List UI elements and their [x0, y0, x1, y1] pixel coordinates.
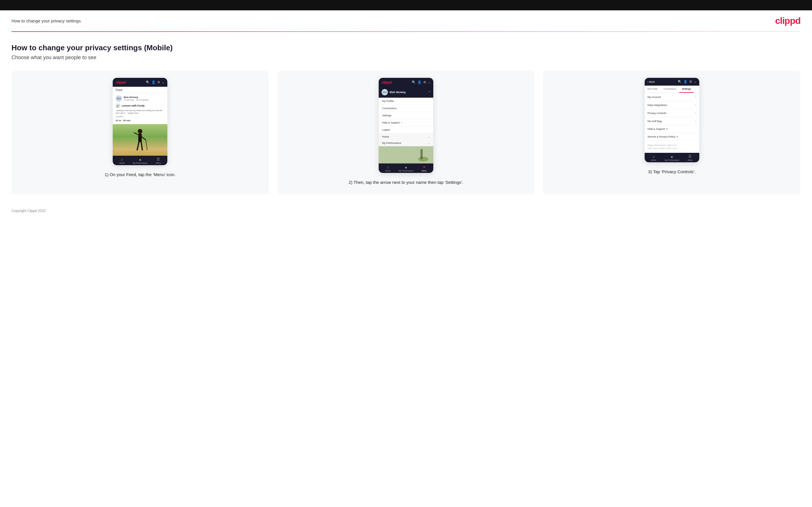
version-info: Clippd Client Version: 2022.8.3-3 GQL Se…: [645, 141, 699, 153]
phone2-nav-icons: 🔍 👤 ⚙ ⌄: [412, 80, 430, 84]
svg-line-6: [146, 140, 147, 150]
step-3-card: ‹ Back 🔍 👤 ⚙ ⌄ My Profile Connections Se…: [543, 71, 801, 194]
home-chevron-icon: ⌄: [427, 135, 430, 138]
menu-label: Menu: [422, 170, 427, 172]
footer: Copyright Clippd 2022: [0, 203, 812, 219]
step-1-phone: clippd 🔍 👤 ⚙ ⌄ Feed BM Blair McHar: [113, 78, 167, 165]
menu-icon: ☰: [157, 157, 160, 161]
data-integrations-label: Data Integrations: [648, 104, 667, 107]
step-2-caption: 2) Then, tap the arrow next to your name…: [349, 179, 463, 186]
post-user-row: BM Blair McHarg Yesterday · Sunningdale: [115, 95, 164, 102]
copyright: Copyright Clippd 2022: [11, 209, 46, 213]
post-user-name: Blair McHarg: [123, 96, 148, 99]
settings-item-privacy-controls[interactable]: Privacy Controls ›: [645, 109, 699, 117]
tab-settings[interactable]: Settings: [679, 86, 694, 93]
privacy-controls-label: Privacy Controls: [648, 112, 666, 115]
menu-item-logout: Logout: [379, 126, 433, 133]
menu-user-row: BM Blair McHarg ⌃: [379, 87, 433, 98]
step-3-caption: 3) Tap ‘Privacy Controls’.: [648, 169, 696, 175]
user-icon: 👤: [152, 80, 156, 84]
external-link-icon: ➚: [401, 121, 402, 124]
search-icon: 🔍: [412, 80, 416, 84]
chevron-down-icon: ⌄: [694, 80, 697, 83]
home-label: Home: [385, 170, 391, 172]
tab-my-profile[interactable]: My Profile: [645, 86, 661, 93]
phone2-bg-slice: [379, 146, 433, 163]
golf-image: [113, 124, 167, 156]
home-section-label: Home: [382, 135, 389, 138]
chevron-down-icon: ⌄: [162, 80, 164, 84]
settings-item-data-integrations[interactable]: Data Integrations ›: [645, 101, 699, 109]
lesson-title: Lesson with Fordy: [121, 104, 145, 107]
performance-label: My Performance: [133, 162, 148, 164]
menu-expand-chevron: ⌃: [428, 91, 430, 94]
tab-connections[interactable]: Connections: [660, 86, 679, 93]
home-label: Home: [119, 162, 125, 164]
post-desc: Looking to feel like my hands are exitin…: [115, 109, 164, 114]
top-bar: [0, 0, 812, 10]
version-client: Clippd Client Version: 2022.8.3-3: [648, 144, 697, 147]
user-icon: 👤: [683, 80, 688, 83]
bottom-menu: ☰ Menu: [681, 155, 699, 161]
svg-line-4: [137, 142, 139, 150]
phone1-nav-bar: clippd 🔍 👤 ⚙ ⌄: [113, 78, 167, 87]
phone2-logo: clippd: [382, 80, 392, 84]
settings-icon: ⚙: [157, 80, 160, 84]
phone1-feed-label: Feed: [113, 87, 167, 93]
settings-icon: ⚙: [689, 80, 692, 83]
menu-item-connections: Connections: [379, 105, 433, 112]
menu-section-performance: My Performance ⌄: [379, 140, 433, 146]
bottom-performance: ▲ My Performance: [131, 157, 149, 164]
golfer-svg: [132, 127, 149, 156]
post-duration-label: Duration: [115, 115, 164, 117]
step-1-caption: 1) On your Feed, tap the ‘Menu’ icon.: [105, 171, 176, 178]
menu-overlay: My Profile Connections Settings Help & S…: [379, 98, 433, 146]
header: How to change your privacy settings clip…: [0, 10, 812, 26]
data-integrations-chevron: ›: [695, 103, 696, 107]
my-account-chevron: ›: [695, 95, 696, 99]
phone2-nav-bar: clippd 🔍 👤 ⚙ ⌄: [379, 78, 433, 87]
breadcrumb: How to change your privacy settings: [11, 18, 81, 23]
menu-label: Menu: [688, 159, 693, 161]
lesson-icon: 🎻: [115, 103, 120, 108]
avatar: BM: [382, 89, 388, 95]
golf-bag-chevron: ›: [695, 119, 696, 123]
version-gql: GQL Server Version: 2022.7.30-1: [648, 147, 697, 150]
home-icon: ⌂: [653, 155, 655, 159]
search-icon: 🔍: [146, 80, 150, 84]
bottom-performance: ▲ My Performance: [663, 155, 681, 161]
connections-label: Connections: [382, 107, 397, 110]
menu-item-settings: Settings: [379, 112, 433, 119]
post-user-sub: Yesterday · Sunningdale: [123, 99, 148, 101]
settings-item-service-privacy[interactable]: Service & Privacy Policy ➚: [645, 133, 699, 141]
search-icon: 🔍: [678, 80, 682, 83]
bottom-home: ⌂ Home: [379, 165, 397, 172]
help-support-label: Help & Support ➚: [648, 127, 668, 130]
settings-item-help[interactable]: Help & Support ➚: [645, 125, 699, 133]
user-icon: 👤: [417, 80, 421, 84]
menu-user-name: Blair McHarg: [390, 91, 406, 94]
bottom-menu: ☰ Menu: [149, 157, 167, 164]
post-lesson-row: 🎻 Lesson with Fordy: [115, 103, 164, 108]
post-duration-val: 01 hr : 30 min: [115, 119, 164, 122]
menu-icon: ☰: [689, 155, 692, 159]
svg-point-8: [418, 157, 428, 161]
page-heading: How to change your privacy settings (Mob…: [11, 43, 801, 52]
svg-line-5: [141, 142, 142, 150]
step-1-card: clippd 🔍 👤 ⚙ ⌄ Feed BM Blair McHar: [11, 71, 269, 194]
phone1-logo: clippd: [115, 80, 125, 84]
phone1-bottom-bar: ⌂ Home ▲ My Performance ☰ Menu: [113, 156, 167, 165]
phone1-nav-icons: 🔍 👤 ⚙ ⌄: [146, 80, 164, 84]
phone1-post: BM Blair McHarg Yesterday · Sunningdale …: [113, 93, 167, 124]
my-golf-bag-label: My Golf Bag: [648, 120, 662, 123]
settings-item-my-account[interactable]: My Account ›: [645, 93, 699, 101]
bottom-home: ⌂ Home: [113, 157, 131, 164]
menu-user-left: BM Blair McHarg: [382, 89, 406, 95]
home-label: Home: [651, 159, 656, 161]
settings-item-golf-bag[interactable]: My Golf Bag ›: [645, 117, 699, 125]
menu-label: Menu: [156, 162, 161, 164]
menu-item-my-profile: My Profile: [379, 98, 433, 105]
bg-golfer-svg: [379, 146, 433, 163]
main-content: How to change your privacy settings (Mob…: [0, 32, 812, 203]
svg-rect-9: [420, 149, 423, 159]
